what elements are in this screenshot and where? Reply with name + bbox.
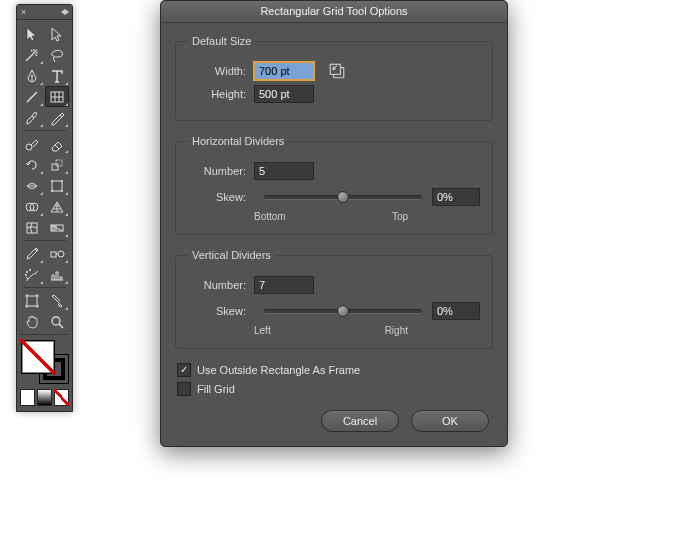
vertical-legend: Vertical Dividers bbox=[188, 249, 275, 261]
svg-point-20 bbox=[25, 274, 27, 276]
svg-rect-21 bbox=[27, 296, 37, 306]
width-tool[interactable] bbox=[20, 175, 44, 196]
horizontal-dividers-group: Horizontal Dividers Number: Skew: Bottom… bbox=[175, 135, 493, 235]
svg-point-17 bbox=[58, 251, 64, 257]
v-skew-left-label: Left bbox=[254, 325, 271, 336]
horizontal-legend: Horizontal Dividers bbox=[188, 135, 288, 147]
fill-grid-label: Fill Grid bbox=[197, 383, 235, 395]
gradient-tool[interactable] bbox=[45, 217, 69, 238]
v-skew-slider[interactable] bbox=[264, 304, 422, 318]
symbol-sprayer-tool[interactable] bbox=[20, 264, 44, 285]
default-size-legend: Default Size bbox=[188, 35, 255, 47]
color-mode-gradient[interactable] bbox=[37, 389, 52, 406]
blend-tool[interactable] bbox=[45, 243, 69, 264]
close-icon[interactable]: × bbox=[21, 8, 30, 17]
fill-swatch[interactable] bbox=[21, 340, 55, 374]
checkbox-icon bbox=[177, 382, 191, 396]
pencil-tool[interactable] bbox=[45, 107, 69, 128]
h-skew-value[interactable] bbox=[432, 188, 480, 206]
tools-panel: × bbox=[16, 4, 73, 412]
svg-rect-6 bbox=[52, 181, 62, 191]
rotate-tool[interactable] bbox=[20, 154, 44, 175]
paintbrush-tool[interactable] bbox=[20, 107, 44, 128]
eyedropper-tool[interactable] bbox=[20, 243, 44, 264]
use-outside-rectangle-label: Use Outside Rectangle As Frame bbox=[197, 364, 360, 376]
vertical-dividers-group: Vertical Dividers Number: Skew: Left Rig… bbox=[175, 249, 493, 349]
blob-brush-tool[interactable] bbox=[20, 133, 44, 154]
svg-point-9 bbox=[51, 190, 53, 192]
eraser-tool[interactable] bbox=[45, 133, 69, 154]
svg-point-7 bbox=[51, 180, 53, 182]
fill-stroke-block bbox=[17, 337, 72, 387]
svg-point-22 bbox=[52, 317, 60, 325]
type-tool[interactable] bbox=[45, 65, 69, 86]
lasso-tool[interactable] bbox=[45, 44, 69, 65]
constrain-proportions-icon[interactable] bbox=[328, 62, 346, 80]
slider-thumb[interactable] bbox=[337, 305, 349, 317]
v-skew-label: Skew: bbox=[188, 305, 246, 317]
hand-tool[interactable] bbox=[20, 311, 44, 332]
pen-tool[interactable] bbox=[20, 65, 44, 86]
h-skew-left-label: Bottom bbox=[254, 211, 286, 222]
v-number-input[interactable] bbox=[254, 276, 314, 294]
width-input[interactable] bbox=[254, 62, 314, 80]
use-outside-rectangle-checkbox[interactable]: Use Outside Rectangle As Frame bbox=[177, 363, 493, 377]
svg-rect-16 bbox=[51, 252, 56, 257]
shape-builder-tool[interactable] bbox=[20, 196, 44, 217]
divider bbox=[23, 287, 66, 288]
svg-rect-15 bbox=[51, 225, 57, 231]
default-size-group: Default Size Width: Height: bbox=[175, 35, 493, 121]
width-label: Width: bbox=[188, 65, 246, 77]
selection-tool[interactable] bbox=[20, 23, 44, 44]
svg-rect-5 bbox=[56, 160, 62, 166]
cancel-button[interactable]: Cancel bbox=[321, 410, 399, 432]
divider bbox=[23, 130, 66, 131]
h-number-label: Number: bbox=[188, 165, 246, 177]
color-mode-solid[interactable] bbox=[20, 389, 35, 406]
mesh-tool[interactable] bbox=[20, 217, 44, 238]
h-number-input[interactable] bbox=[254, 162, 314, 180]
column-graph-tool[interactable] bbox=[45, 264, 69, 285]
fill-grid-checkbox[interactable]: Fill Grid bbox=[177, 382, 493, 396]
h-skew-label: Skew: bbox=[188, 191, 246, 203]
svg-point-19 bbox=[29, 269, 31, 271]
free-transform-tool[interactable] bbox=[45, 175, 69, 196]
v-skew-value[interactable] bbox=[432, 302, 480, 320]
dialog-title[interactable]: Rectangular Grid Tool Options bbox=[161, 1, 507, 23]
h-skew-right-label: Top bbox=[392, 211, 408, 222]
scale-tool[interactable] bbox=[45, 154, 69, 175]
checkbox-icon bbox=[177, 363, 191, 377]
h-skew-slider[interactable] bbox=[264, 190, 422, 204]
tools-panel-header[interactable]: × bbox=[17, 5, 72, 20]
slider-thumb[interactable] bbox=[337, 191, 349, 203]
svg-point-0 bbox=[31, 75, 33, 77]
grid-tool-options-dialog: Rectangular Grid Tool Options Default Si… bbox=[160, 0, 508, 447]
svg-rect-13 bbox=[27, 223, 37, 233]
slice-tool[interactable] bbox=[45, 290, 69, 311]
v-skew-right-label: Right bbox=[385, 325, 408, 336]
height-label: Height: bbox=[188, 88, 246, 100]
v-number-label: Number: bbox=[188, 279, 246, 291]
svg-rect-4 bbox=[52, 164, 58, 170]
height-input[interactable] bbox=[254, 85, 314, 103]
zoom-tool[interactable] bbox=[45, 311, 69, 332]
collapse-icon[interactable] bbox=[61, 9, 68, 15]
color-mode-none[interactable] bbox=[54, 389, 69, 406]
svg-point-18 bbox=[26, 271, 28, 273]
svg-point-8 bbox=[61, 180, 63, 182]
divider bbox=[23, 240, 66, 241]
svg-point-10 bbox=[61, 190, 63, 192]
svg-line-1 bbox=[27, 92, 37, 102]
divider bbox=[20, 334, 69, 335]
ok-button[interactable]: OK bbox=[411, 410, 489, 432]
rectangular-grid-tool[interactable] bbox=[45, 86, 69, 107]
magic-wand-tool[interactable] bbox=[20, 44, 44, 65]
artboard-tool[interactable] bbox=[20, 290, 44, 311]
perspective-grid-tool[interactable] bbox=[45, 196, 69, 217]
line-segment-tool[interactable] bbox=[20, 86, 44, 107]
direct-selection-tool[interactable] bbox=[45, 23, 69, 44]
